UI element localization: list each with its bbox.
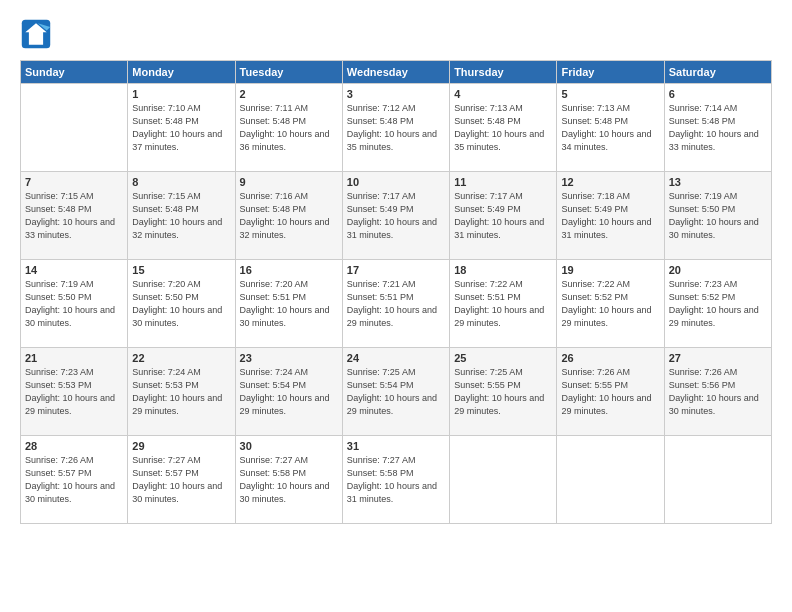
cell-info: Sunrise: 7:27 AMSunset: 5:58 PMDaylight:… <box>240 454 338 506</box>
day-number: 31 <box>347 440 445 452</box>
day-number: 15 <box>132 264 230 276</box>
calendar-cell: 8 Sunrise: 7:15 AMSunset: 5:48 PMDayligh… <box>128 172 235 260</box>
calendar-cell: 13 Sunrise: 7:19 AMSunset: 5:50 PMDaylig… <box>664 172 771 260</box>
calendar-cell: 7 Sunrise: 7:15 AMSunset: 5:48 PMDayligh… <box>21 172 128 260</box>
calendar-cell: 29 Sunrise: 7:27 AMSunset: 5:57 PMDaylig… <box>128 436 235 524</box>
cell-info: Sunrise: 7:22 AMSunset: 5:52 PMDaylight:… <box>561 278 659 330</box>
weekday-header-tuesday: Tuesday <box>235 61 342 84</box>
cell-info: Sunrise: 7:25 AMSunset: 5:54 PMDaylight:… <box>347 366 445 418</box>
cell-info: Sunrise: 7:27 AMSunset: 5:57 PMDaylight:… <box>132 454 230 506</box>
calendar-cell <box>664 436 771 524</box>
weekday-header-friday: Friday <box>557 61 664 84</box>
day-number: 11 <box>454 176 552 188</box>
calendar-cell: 11 Sunrise: 7:17 AMSunset: 5:49 PMDaylig… <box>450 172 557 260</box>
day-number: 19 <box>561 264 659 276</box>
calendar-cell: 2 Sunrise: 7:11 AMSunset: 5:48 PMDayligh… <box>235 84 342 172</box>
cell-info: Sunrise: 7:19 AMSunset: 5:50 PMDaylight:… <box>669 190 767 242</box>
cell-info: Sunrise: 7:25 AMSunset: 5:55 PMDaylight:… <box>454 366 552 418</box>
calendar-cell: 9 Sunrise: 7:16 AMSunset: 5:48 PMDayligh… <box>235 172 342 260</box>
day-number: 21 <box>25 352 123 364</box>
day-number: 27 <box>669 352 767 364</box>
day-number: 16 <box>240 264 338 276</box>
cell-info: Sunrise: 7:27 AMSunset: 5:58 PMDaylight:… <box>347 454 445 506</box>
calendar-cell: 6 Sunrise: 7:14 AMSunset: 5:48 PMDayligh… <box>664 84 771 172</box>
day-number: 26 <box>561 352 659 364</box>
cell-info: Sunrise: 7:21 AMSunset: 5:51 PMDaylight:… <box>347 278 445 330</box>
day-number: 24 <box>347 352 445 364</box>
day-number: 17 <box>347 264 445 276</box>
day-number: 23 <box>240 352 338 364</box>
weekday-header-sunday: Sunday <box>21 61 128 84</box>
day-number: 20 <box>669 264 767 276</box>
cell-info: Sunrise: 7:26 AMSunset: 5:57 PMDaylight:… <box>25 454 123 506</box>
day-number: 7 <box>25 176 123 188</box>
weekday-header-saturday: Saturday <box>664 61 771 84</box>
day-number: 22 <box>132 352 230 364</box>
calendar-cell: 31 Sunrise: 7:27 AMSunset: 5:58 PMDaylig… <box>342 436 449 524</box>
calendar-cell: 20 Sunrise: 7:23 AMSunset: 5:52 PMDaylig… <box>664 260 771 348</box>
calendar-table: SundayMondayTuesdayWednesdayThursdayFrid… <box>20 60 772 524</box>
cell-info: Sunrise: 7:24 AMSunset: 5:54 PMDaylight:… <box>240 366 338 418</box>
week-row-4: 21 Sunrise: 7:23 AMSunset: 5:53 PMDaylig… <box>21 348 772 436</box>
day-number: 3 <box>347 88 445 100</box>
calendar-cell: 22 Sunrise: 7:24 AMSunset: 5:53 PMDaylig… <box>128 348 235 436</box>
week-row-2: 7 Sunrise: 7:15 AMSunset: 5:48 PMDayligh… <box>21 172 772 260</box>
day-number: 30 <box>240 440 338 452</box>
page: SundayMondayTuesdayWednesdayThursdayFrid… <box>0 0 792 612</box>
day-number: 18 <box>454 264 552 276</box>
cell-info: Sunrise: 7:20 AMSunset: 5:51 PMDaylight:… <box>240 278 338 330</box>
cell-info: Sunrise: 7:18 AMSunset: 5:49 PMDaylight:… <box>561 190 659 242</box>
cell-info: Sunrise: 7:26 AMSunset: 5:56 PMDaylight:… <box>669 366 767 418</box>
week-row-3: 14 Sunrise: 7:19 AMSunset: 5:50 PMDaylig… <box>21 260 772 348</box>
week-row-5: 28 Sunrise: 7:26 AMSunset: 5:57 PMDaylig… <box>21 436 772 524</box>
cell-info: Sunrise: 7:23 AMSunset: 5:52 PMDaylight:… <box>669 278 767 330</box>
calendar-cell: 16 Sunrise: 7:20 AMSunset: 5:51 PMDaylig… <box>235 260 342 348</box>
weekday-header-wednesday: Wednesday <box>342 61 449 84</box>
cell-info: Sunrise: 7:12 AMSunset: 5:48 PMDaylight:… <box>347 102 445 154</box>
calendar-cell: 25 Sunrise: 7:25 AMSunset: 5:55 PMDaylig… <box>450 348 557 436</box>
day-number: 12 <box>561 176 659 188</box>
weekday-header-thursday: Thursday <box>450 61 557 84</box>
logo <box>20 18 56 50</box>
cell-info: Sunrise: 7:14 AMSunset: 5:48 PMDaylight:… <box>669 102 767 154</box>
calendar-cell: 28 Sunrise: 7:26 AMSunset: 5:57 PMDaylig… <box>21 436 128 524</box>
calendar-cell: 10 Sunrise: 7:17 AMSunset: 5:49 PMDaylig… <box>342 172 449 260</box>
cell-info: Sunrise: 7:15 AMSunset: 5:48 PMDaylight:… <box>132 190 230 242</box>
cell-info: Sunrise: 7:17 AMSunset: 5:49 PMDaylight:… <box>347 190 445 242</box>
calendar-cell: 30 Sunrise: 7:27 AMSunset: 5:58 PMDaylig… <box>235 436 342 524</box>
calendar-cell <box>557 436 664 524</box>
day-number: 10 <box>347 176 445 188</box>
cell-info: Sunrise: 7:15 AMSunset: 5:48 PMDaylight:… <box>25 190 123 242</box>
calendar-cell: 18 Sunrise: 7:22 AMSunset: 5:51 PMDaylig… <box>450 260 557 348</box>
cell-info: Sunrise: 7:13 AMSunset: 5:48 PMDaylight:… <box>561 102 659 154</box>
calendar-cell: 19 Sunrise: 7:22 AMSunset: 5:52 PMDaylig… <box>557 260 664 348</box>
cell-info: Sunrise: 7:26 AMSunset: 5:55 PMDaylight:… <box>561 366 659 418</box>
weekday-header-monday: Monday <box>128 61 235 84</box>
day-number: 25 <box>454 352 552 364</box>
day-number: 28 <box>25 440 123 452</box>
calendar-cell: 14 Sunrise: 7:19 AMSunset: 5:50 PMDaylig… <box>21 260 128 348</box>
day-number: 1 <box>132 88 230 100</box>
cell-info: Sunrise: 7:23 AMSunset: 5:53 PMDaylight:… <box>25 366 123 418</box>
calendar-cell: 3 Sunrise: 7:12 AMSunset: 5:48 PMDayligh… <box>342 84 449 172</box>
cell-info: Sunrise: 7:10 AMSunset: 5:48 PMDaylight:… <box>132 102 230 154</box>
calendar-cell: 12 Sunrise: 7:18 AMSunset: 5:49 PMDaylig… <box>557 172 664 260</box>
day-number: 29 <box>132 440 230 452</box>
calendar-cell: 1 Sunrise: 7:10 AMSunset: 5:48 PMDayligh… <box>128 84 235 172</box>
calendar-cell: 23 Sunrise: 7:24 AMSunset: 5:54 PMDaylig… <box>235 348 342 436</box>
cell-info: Sunrise: 7:22 AMSunset: 5:51 PMDaylight:… <box>454 278 552 330</box>
cell-info: Sunrise: 7:11 AMSunset: 5:48 PMDaylight:… <box>240 102 338 154</box>
calendar-cell: 26 Sunrise: 7:26 AMSunset: 5:55 PMDaylig… <box>557 348 664 436</box>
cell-info: Sunrise: 7:24 AMSunset: 5:53 PMDaylight:… <box>132 366 230 418</box>
day-number: 8 <box>132 176 230 188</box>
calendar-cell <box>21 84 128 172</box>
header <box>20 18 772 50</box>
calendar-cell <box>450 436 557 524</box>
calendar-cell: 15 Sunrise: 7:20 AMSunset: 5:50 PMDaylig… <box>128 260 235 348</box>
day-number: 9 <box>240 176 338 188</box>
calendar-cell: 4 Sunrise: 7:13 AMSunset: 5:48 PMDayligh… <box>450 84 557 172</box>
calendar-cell: 27 Sunrise: 7:26 AMSunset: 5:56 PMDaylig… <box>664 348 771 436</box>
day-number: 14 <box>25 264 123 276</box>
day-number: 5 <box>561 88 659 100</box>
cell-info: Sunrise: 7:17 AMSunset: 5:49 PMDaylight:… <box>454 190 552 242</box>
